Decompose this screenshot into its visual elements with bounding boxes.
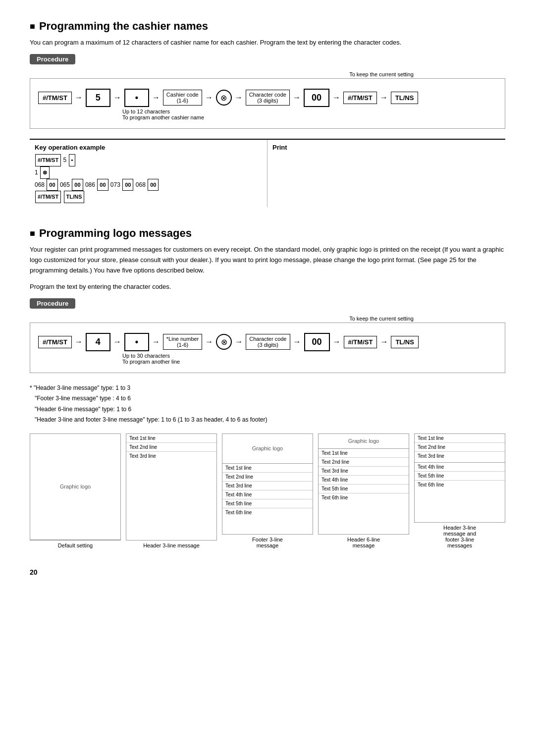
arrow1: → [75, 93, 83, 102]
flow-step-tmst1: #/TM/ST [38, 92, 72, 104]
arrow2-2: → [113, 337, 121, 346]
flow-step-charcode1-col: Character code(3 digits) [246, 90, 290, 106]
flow-diagram-2: To keep the current setting #/TM/ST → 4 … [30, 316, 505, 373]
key-5: 5 [63, 157, 68, 163]
flow-row-2: #/TM/ST → 4 → • → *Line number(1-6) → ⊗ … [38, 333, 497, 351]
header3-line3: Text 3rd line [126, 452, 216, 460]
diagram-header6-lines: Text 1st line Text 2nd line Text 3rd lin… [319, 449, 409, 502]
diagram-header3-box: Text 1st line Text 2nd line Text 3rd lin… [126, 433, 217, 540]
diagram-default-box: Graphic logo [30, 433, 121, 540]
page-number: 20 [30, 568, 505, 576]
note-line-4: "Header 3-line and footer 3-line message… [30, 415, 505, 426]
section2-desc1: Your register can print programmed messa… [30, 245, 505, 275]
flow-step-5: 5 [86, 89, 110, 107]
arrow2-3: → [152, 337, 160, 346]
section2-title: Programming logo messages [30, 227, 505, 240]
flow-step-otimes1: ⊗ [216, 90, 232, 106]
flow2-step-otimes: ⊗ [216, 334, 232, 350]
diagram-header6-caption: Header 6-linemessage [318, 537, 409, 548]
footer3-line5: Text 5th line [222, 499, 313, 508]
print-col: Print [268, 140, 505, 208]
procedure-badge-1: Procedure [30, 54, 75, 64]
flow2-step-charcode-col: Character code(3 digits) [246, 334, 290, 350]
section1-desc: You can program a maximum of 12 characte… [30, 38, 505, 48]
flow2-note-mid: Up to 30 characters [122, 353, 497, 359]
header6-line4: Text 4th line [319, 476, 409, 485]
header3-line2: Text 2nd line [126, 443, 216, 452]
h3f3-fline2: Text 5th line [415, 472, 505, 481]
h3f3-fline1: Text 4th line [415, 463, 505, 472]
flow2-step-tmst2: #/TM/ST [344, 336, 377, 348]
note-line-3: "Header 6-line message" type: 1 to 6 [30, 404, 505, 415]
arrow2-4: → [205, 337, 213, 346]
flow-step-tmst2: #/TM/ST [343, 92, 377, 104]
flow-step-cashier-code: Cashier code(1-6) [163, 90, 202, 106]
flow-area-1: #/TM/ST → 5 → • → Cashier code(1-6) → ⊗ … [30, 78, 505, 129]
arrow4: → [205, 93, 213, 102]
header6-line1: Text 1st line [319, 449, 409, 458]
key-tmst-end: #/TM/ST [35, 191, 61, 203]
diagram-default-caption: Default setting [30, 542, 121, 548]
key-dot: • [69, 154, 76, 166]
diagram-default-logo-label: Graphic logo [30, 434, 120, 540]
diagram-header3: Text 1st line Text 2nd line Text 3rd lin… [126, 433, 217, 548]
footer3-line3: Text 3rd line [222, 482, 313, 490]
flow2-step-tlns: TL/NS [391, 336, 419, 348]
note-line-1: * "Header 3-line message" type: 1 to 3 [30, 383, 505, 394]
section-cashier-names: Programming the cashier names You can pr… [30, 20, 505, 207]
footer3-line4: Text 4th line [222, 490, 313, 499]
diagram-footer3-logo: Graphic logo [222, 434, 313, 464]
key-tlns-end: TL/NS [64, 191, 85, 203]
diagram-h3f3-header-lines: Text 1st line Text 2nd line Text 3rd lin… [415, 434, 505, 460]
arrow2-1: → [75, 337, 83, 346]
diagram-header3-lines: Text 1st line Text 2nd line Text 3rd lin… [126, 434, 216, 460]
footer3-line1: Text 1st line [222, 464, 313, 473]
diagram-default: Graphic logo Default setting [30, 433, 121, 548]
flow-step-dot1: • [124, 89, 149, 107]
flow-area-2: #/TM/ST → 4 → • → *Line number(1-6) → ⊗ … [30, 323, 505, 373]
h3f3-hline3: Text 3rd line [415, 452, 505, 460]
flow2-step-00: 00 [304, 333, 330, 351]
arrow2-6: → [293, 337, 301, 346]
flow-step-charcode1: Character code(3 digits) [246, 90, 290, 106]
diagram-h3f3-footer-lines: Text 4th line Text 5th line Text 6th lin… [415, 462, 505, 489]
arrow2-8: → [380, 337, 388, 346]
arrow7: → [332, 93, 340, 102]
section1-title: Programming the cashier names [30, 20, 505, 33]
diagram-header6-box: Graphic logo Text 1st line Text 2nd line… [318, 433, 409, 535]
diagram-footer3-caption: Footer 3-linemessage [222, 537, 313, 548]
key-op-title: Key operation example [35, 144, 262, 151]
footer3-line2: Text 2nd line [222, 473, 313, 482]
key-00-5: 00 [148, 179, 159, 191]
section-logo-messages: Programming logo messages Your register … [30, 227, 505, 548]
arrow6: → [293, 93, 301, 102]
arrow8: → [380, 93, 388, 102]
key-1: 1 [35, 169, 40, 176]
flow1-below-notes: Up to 12 characters To program another c… [122, 108, 497, 120]
h3f3-hline2: Text 2nd line [415, 443, 505, 452]
header6-line6: Text 6th line [319, 493, 409, 502]
flow-row-1: #/TM/ST → 5 → • → Cashier code(1-6) → ⊗ … [38, 89, 497, 107]
diagram-header6-logo: Graphic logo [319, 434, 409, 449]
flow2-step-4: 4 [86, 333, 110, 351]
header3-line1: Text 1st line [126, 434, 216, 443]
arrow3: → [152, 93, 160, 102]
section2-desc2: Program the text by entering the charact… [30, 282, 505, 292]
diagram-footer3: Graphic logo Text 1st line Text 2nd line… [222, 433, 313, 548]
bullet-notes: * "Header 3-line message" type: 1 to 3 "… [30, 383, 505, 426]
key-tmst: #/TM/ST [35, 154, 61, 166]
diagram-header3footer3: Text 1st line Text 2nd line Text 3rd lin… [414, 433, 505, 548]
flow-step-00-1: 00 [304, 89, 329, 107]
flow-diagram-1: To keep the current setting #/TM/ST → 5 … [30, 71, 505, 129]
header6-line5: Text 5th line [319, 485, 409, 493]
key-seq-1: #/TM/ST 5 • 1 ⊗ 068 00 065 00 086 00 073… [35, 154, 262, 204]
diagram-footer3-lines: Text 1st line Text 2nd line Text 3rd lin… [222, 464, 313, 517]
flow2-step-dot: • [124, 333, 149, 351]
key-00-2: 00 [72, 179, 83, 191]
flow1-note-mid: Up to 12 characters [122, 108, 497, 114]
header6-line3: Text 3rd line [319, 467, 409, 476]
flow2-below-notes: Up to 30 characters To program another l… [122, 353, 497, 365]
diagram-h3f3-caption: Header 3-linemessage andfooter 3-linemes… [414, 525, 505, 548]
key-00-1: 00 [47, 179, 57, 191]
arrow2-5: → [235, 337, 243, 346]
